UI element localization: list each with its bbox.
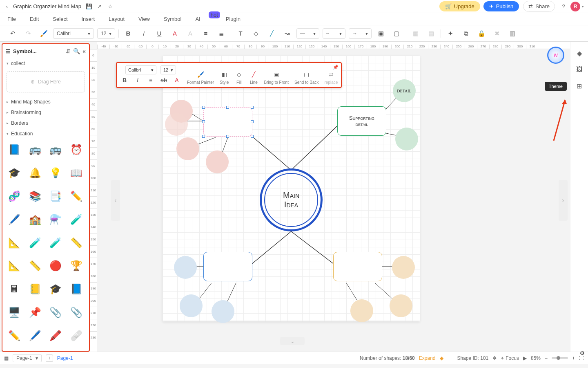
- detail-circle[interactable]: [212, 300, 234, 323]
- symbol-item[interactable]: 📌: [27, 304, 44, 321]
- arrow-style-select[interactable]: →▾: [349, 28, 372, 39]
- symbol-item[interactable]: 📎: [68, 304, 85, 321]
- avatar-menu-chevron[interactable]: ▾: [582, 4, 584, 9]
- float-strikethrough[interactable]: ab: [159, 76, 168, 85]
- empty-node-blue[interactable]: [203, 252, 252, 281]
- font-select[interactable]: Calibri▾: [53, 28, 94, 39]
- symbol-item[interactable]: 🎓: [6, 165, 23, 181]
- crop-button[interactable]: ⧉: [460, 28, 472, 39]
- menu-ai[interactable]: AIhot: [195, 16, 212, 22]
- page-tab[interactable]: Page-1: [57, 355, 73, 361]
- replace-button[interactable]: ⇄: [327, 70, 336, 79]
- page-selector[interactable]: Page-1▾: [13, 354, 42, 362]
- menu-file[interactable]: File: [7, 16, 16, 22]
- symbol-item[interactable]: 🖊️: [27, 328, 44, 344]
- line-dash-select[interactable]: ┄▾: [323, 28, 345, 39]
- detail-circle[interactable]: [395, 128, 418, 150]
- symbol-item[interactable]: 📏: [68, 235, 85, 251]
- detail-circle[interactable]: [350, 299, 373, 322]
- menu-select[interactable]: Select: [53, 16, 67, 22]
- panel-search-icon[interactable]: 🔍: [73, 48, 80, 54]
- symbol-item[interactable]: 🖍️: [47, 328, 64, 344]
- symbol-item[interactable]: 📚: [27, 188, 44, 204]
- menu-symbol[interactable]: Symbol: [164, 16, 181, 22]
- format-painter-icon[interactable]: 🖌️: [38, 28, 50, 39]
- float-fontcolor[interactable]: A: [172, 76, 181, 85]
- zoom-slider[interactable]: [552, 357, 568, 359]
- canvas-viewport[interactable]: ‹ ›: [97, 49, 570, 352]
- symbol-item[interactable]: 🔴: [47, 258, 64, 274]
- effects-button[interactable]: ✦: [444, 28, 457, 39]
- symbol-item[interactable]: 📏: [27, 258, 44, 274]
- fill-panel-icon[interactable]: ◆: [574, 47, 585, 59]
- next-page-button[interactable]: ›: [559, 180, 568, 221]
- user-avatar[interactable]: R: [570, 2, 580, 11]
- expand-link[interactable]: Expand: [419, 355, 436, 361]
- supporting-detail-node[interactable]: Supporting detail: [337, 106, 386, 136]
- ai-orb-button[interactable]: N: [547, 47, 564, 64]
- symbol-item[interactable]: 🧪: [27, 235, 44, 251]
- drawing-page[interactable]: DETAIL Main Idea: [163, 56, 420, 321]
- symbol-item[interactable]: 🩹: [68, 328, 85, 344]
- symbol-item[interactable]: ⚗️: [47, 211, 64, 228]
- detail-circle[interactable]: [174, 256, 197, 279]
- float-font-select[interactable]: Calibri▾: [125, 65, 156, 74]
- ungroup-button[interactable]: ▤: [425, 28, 437, 39]
- detail-circle[interactable]: [176, 137, 199, 160]
- symbol-item[interactable]: ⏰: [68, 141, 85, 158]
- float-size-select[interactable]: 12▾: [160, 65, 176, 74]
- pin-icon[interactable]: 📌: [333, 65, 339, 70]
- symbol-item[interactable]: 🔔: [27, 165, 44, 181]
- send-back-button[interactable]: ▢: [390, 28, 403, 39]
- symbol-item[interactable]: 📎: [47, 304, 64, 321]
- symbol-item[interactable]: 🧪: [47, 235, 64, 251]
- zoom-in-button[interactable]: +: [572, 355, 575, 361]
- drag-here-zone[interactable]: ⊕Drag Here: [7, 71, 85, 92]
- focus-button[interactable]: ⌖ Focus: [501, 355, 519, 361]
- redo-button[interactable]: ↷: [22, 28, 34, 39]
- line-color-button[interactable]: ╱: [265, 28, 278, 39]
- symbol-item[interactable]: 🖊️: [6, 211, 23, 228]
- float-italic[interactable]: I: [133, 76, 142, 85]
- collapse-chevron[interactable]: ⌄: [280, 337, 305, 345]
- publish-button[interactable]: ✈Publish: [483, 1, 519, 11]
- section-borders[interactable]: ▸Borders: [2, 118, 89, 128]
- align-v-button[interactable]: ≣: [215, 28, 227, 39]
- symbol-item[interactable]: 🎓: [47, 281, 64, 297]
- detail-circle[interactable]: DETAIL: [393, 79, 416, 102]
- align-h-button[interactable]: ≡: [200, 28, 212, 39]
- zoom-value[interactable]: 85%: [531, 355, 541, 361]
- section-collect[interactable]: ▾collect: [2, 58, 89, 69]
- undo-button[interactable]: ↶: [7, 28, 19, 39]
- symbol-item[interactable]: 🚌: [27, 141, 44, 158]
- play-icon[interactable]: ▶: [523, 355, 527, 361]
- detail-circle[interactable]: [180, 294, 203, 317]
- symbol-item[interactable]: ✏️: [6, 328, 23, 344]
- symbol-item[interactable]: 🏫: [27, 211, 44, 228]
- style-button[interactable]: ◧: [220, 70, 229, 79]
- menu-layout[interactable]: Layout: [109, 16, 125, 22]
- underline-button[interactable]: U: [153, 28, 165, 39]
- back-button[interactable]: ‹: [2, 1, 12, 12]
- symbol-item[interactable]: 🧪: [68, 211, 85, 228]
- symbol-item[interactable]: ✏️: [68, 188, 85, 204]
- add-page-button[interactable]: +: [46, 355, 53, 362]
- section-mindmap-shapes[interactable]: ▸Mind Map Shapes: [2, 96, 89, 107]
- prev-page-button[interactable]: ‹: [111, 180, 120, 221]
- bring-front-button[interactable]: ▣: [375, 28, 387, 39]
- symbol-item[interactable]: 📘: [68, 281, 85, 297]
- menu-view[interactable]: View: [138, 16, 150, 22]
- settings-icon[interactable]: ⚙: [580, 350, 585, 356]
- symbol-item[interactable]: 🚌: [47, 141, 64, 158]
- symbol-item[interactable]: 📐: [6, 235, 23, 251]
- fill-button[interactable]: ◇: [234, 70, 243, 79]
- pages-grid-icon[interactable]: ▦: [4, 355, 9, 361]
- symbol-item[interactable]: 📑: [47, 188, 64, 204]
- layout-button[interactable]: ▥: [506, 28, 519, 39]
- zoom-out-button[interactable]: −: [545, 355, 548, 361]
- image-panel-icon[interactable]: 🖼: [574, 64, 585, 75]
- menu-insert[interactable]: Insert: [82, 16, 95, 22]
- layers-icon[interactable]: ❖: [492, 355, 497, 361]
- symbol-item[interactable]: 🖥️: [6, 304, 23, 321]
- detail-circle[interactable]: [165, 113, 188, 136]
